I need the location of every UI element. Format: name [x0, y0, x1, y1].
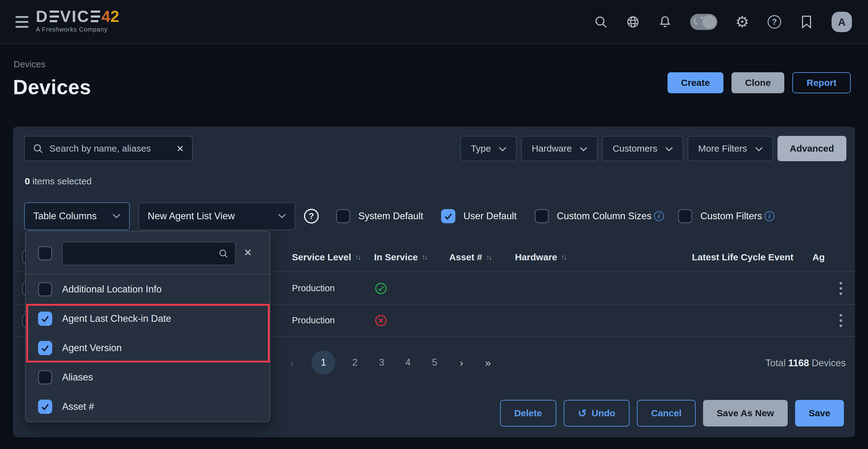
settings-gear-icon[interactable]: ⚙ — [735, 15, 749, 29]
bookmark-icon[interactable] — [799, 15, 814, 29]
pagination: ‹ 1 2 3 4 5 › » — [285, 349, 495, 376]
filter-label: More Filters — [698, 143, 747, 154]
pagination-page-1[interactable]: 1 — [311, 351, 336, 375]
globe-icon[interactable] — [626, 15, 640, 29]
pagination-prev-icon[interactable]: ‹ — [285, 357, 299, 369]
custom-filters-checkbox[interactable] — [678, 209, 692, 223]
undo-icon: ↺ — [578, 408, 587, 418]
toggle-knob — [703, 15, 716, 29]
dark-mode-toggle[interactable]: ☾ ✦ — [690, 14, 717, 30]
save-button[interactable]: Save — [795, 400, 844, 426]
search-icon — [218, 249, 228, 258]
logo-four: 4 — [101, 7, 110, 26]
pagination-next-icon[interactable]: › — [454, 357, 468, 369]
panel-select-all-checkbox[interactable] — [38, 246, 52, 260]
clear-search-icon[interactable]: ✕ — [176, 143, 184, 154]
user-default-checkbox[interactable] — [441, 209, 455, 223]
column-option-label: Aliases — [62, 372, 93, 383]
sort-icon[interactable]: ↑↓ — [561, 253, 566, 262]
topbar: D VIC 4 2 A Freshworks Company ☾ ✦ ⚙ ? A — [0, 0, 868, 44]
column-header-hardware[interactable]: Hardware↑↓ — [515, 243, 566, 272]
row-actions-kebab-icon[interactable] — [837, 280, 844, 297]
breadcrumb[interactable]: Devices — [13, 59, 45, 69]
table-columns-dropdown[interactable]: Table Columns — [24, 202, 130, 230]
search-icon[interactable] — [594, 15, 608, 29]
close-panel-search-icon[interactable]: ✕ — [244, 247, 252, 258]
help-icon[interactable]: ? — [767, 15, 781, 29]
report-button[interactable]: Report — [792, 72, 851, 93]
column-option-additional-location-info[interactable]: Additional Location Info — [26, 275, 270, 304]
table-columns-label: Table Columns — [33, 211, 97, 222]
column-option-agent-version[interactable]: Agent Version — [26, 333, 270, 362]
column-checkbox[interactable] — [38, 312, 52, 326]
column-checkbox[interactable] — [38, 370, 52, 384]
info-icon[interactable]: i — [654, 211, 664, 221]
sort-icon[interactable]: ↑↓ — [355, 253, 360, 262]
column-search-input[interactable] — [69, 249, 218, 259]
column-option-asset-number[interactable]: Asset # — [26, 392, 270, 421]
option-label: User Default — [463, 211, 517, 222]
sort-icon[interactable]: ↑↓ — [422, 253, 427, 262]
cancel-button[interactable]: Cancel — [637, 400, 695, 426]
user-avatar[interactable]: A — [832, 12, 852, 32]
brand-logo: D VIC 4 2 A Freshworks Company — [36, 9, 119, 33]
undo-button[interactable]: ↺Undo — [564, 400, 629, 426]
filter-label: Type — [471, 143, 491, 154]
option-label: Custom Filters — [700, 211, 762, 222]
table-columns-panel: ✕ Additional Location Info Agent Last Ch… — [25, 231, 270, 422]
pagination-page-2[interactable]: 2 — [348, 357, 362, 368]
menu-icon[interactable] — [16, 16, 28, 28]
view-help-icon[interactable]: ? — [304, 209, 319, 224]
column-option-label: Agent Version — [62, 343, 122, 354]
clone-button[interactable]: Clone — [732, 72, 784, 93]
filter-type-dropdown[interactable]: Type — [460, 136, 517, 161]
column-checkbox[interactable] — [38, 341, 52, 355]
pagination-page-3[interactable]: 3 — [374, 357, 389, 368]
service-level-cell: Production — [292, 272, 335, 304]
pagination-page-5[interactable]: 5 — [428, 357, 442, 368]
panel-search-row: ✕ — [26, 231, 270, 275]
selection-status: 0 items selected — [25, 176, 92, 187]
filter-hardware-dropdown[interactable]: Hardware — [521, 136, 598, 161]
filter-label: Hardware — [532, 143, 572, 154]
in-service-no-icon — [374, 305, 388, 336]
sort-icon[interactable]: ↑↓ — [486, 253, 491, 262]
pagination-last-icon[interactable]: » — [480, 357, 495, 369]
device-search-input[interactable] — [50, 143, 170, 154]
list-view-name: New Agent List View — [148, 211, 235, 222]
option-system-default[interactable]: System Default — [336, 209, 423, 223]
column-checkbox[interactable] — [38, 282, 52, 296]
column-option-label: Additional Location Info — [62, 284, 161, 295]
selection-label: items selected — [32, 176, 92, 186]
column-header-service-level[interactable]: Service Level↑↓ — [292, 243, 360, 272]
option-user-default[interactable]: User Default — [441, 209, 517, 223]
advanced-filters-button[interactable]: Advanced — [777, 136, 846, 161]
save-as-new-button[interactable]: Save As New — [703, 400, 788, 426]
custom-column-sizes-checkbox[interactable] — [535, 209, 549, 223]
row-actions-kebab-icon[interactable] — [837, 312, 844, 329]
filter-customers-dropdown[interactable]: Customers — [602, 136, 683, 161]
create-button[interactable]: Create — [668, 72, 723, 93]
system-default-checkbox[interactable] — [336, 209, 350, 223]
column-option-agent-last-check-in-date[interactable]: Agent Last Check-in Date — [26, 304, 270, 333]
info-icon[interactable]: i — [765, 211, 774, 221]
option-custom-filters[interactable]: Custom Filters — [678, 209, 762, 223]
logo-e-icon — [50, 10, 59, 22]
pagination-page-4[interactable]: 4 — [401, 357, 415, 368]
column-header-asset[interactable]: Asset #↑↓ — [449, 243, 491, 272]
filter-more-filters-dropdown[interactable]: More Filters — [688, 136, 773, 161]
option-custom-column-sizes[interactable]: Custom Column Sizes — [535, 209, 652, 223]
column-header-in-service[interactable]: In Service↑↓ — [374, 243, 427, 272]
notifications-bell-icon[interactable] — [658, 15, 672, 29]
logo-letter: D — [36, 9, 49, 24]
list-view-dropdown[interactable]: New Agent List View — [138, 202, 295, 230]
delete-button[interactable]: Delete — [500, 400, 556, 426]
column-option-aliases[interactable]: Aliases — [26, 362, 270, 392]
service-level-cell: Production — [292, 305, 335, 336]
logo-letters: VIC — [60, 9, 90, 24]
chevron-down-icon — [580, 147, 587, 152]
column-header-latest-life-cycle-event[interactable]: Latest Life Cycle Event — [692, 243, 793, 272]
column-checkbox[interactable] — [38, 399, 52, 414]
column-header-agent-truncated[interactable]: Ag — [812, 243, 825, 272]
column-option-label: Agent Last Check-in Date — [62, 313, 171, 324]
